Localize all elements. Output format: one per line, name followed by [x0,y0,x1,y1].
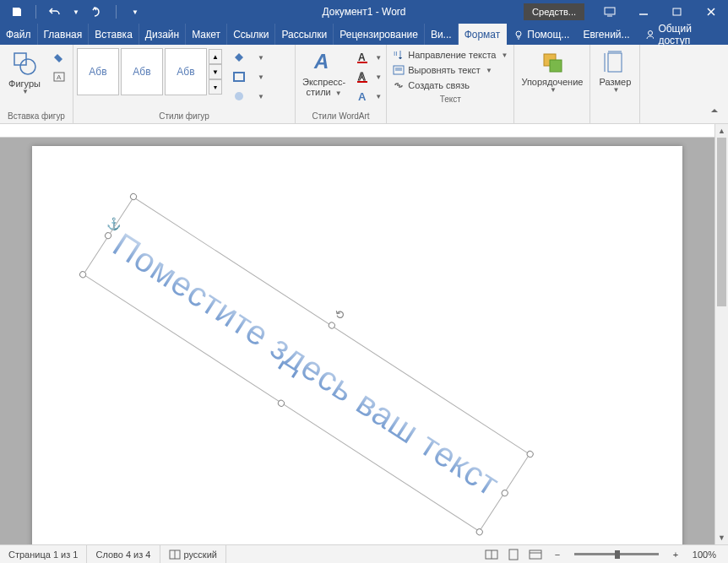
shape-style-1[interactable]: Абв [77,48,119,95]
qat-customize-icon[interactable]: ▼ [123,2,147,22]
shape-outline-button[interactable] [229,68,249,86]
redo-icon[interactable] [85,2,109,22]
quick-styles-label1: Экспресс- [302,77,345,87]
tab-mailings[interactable]: Рассылки [275,24,334,45]
tab-home[interactable]: Главная [38,24,90,45]
tab-review[interactable]: Рецензирование [334,24,425,45]
text-fill-button[interactable]: A [352,48,372,67]
group-arrange: Упорядочение▼ [514,45,590,123]
text-direction-button[interactable]: II Направление текста▼ [390,48,510,62]
create-link-label: Создать связь [408,80,470,90]
separator [35,5,36,19]
shape-effects-dropdown[interactable]: ▼ [250,87,270,106]
rotate-handle-icon[interactable]: ⟲ [331,306,347,322]
shape-style-gallery[interactable]: Абв Абв Абв ▲ ▼ ▾ [77,48,222,95]
scroll-thumb[interactable] [717,138,726,306]
svg-point-2 [516,31,521,36]
horizontal-ruler[interactable] [0,124,728,138]
zoom-thumb[interactable] [615,550,620,559]
align-text-button[interactable]: Выровнять текст▼ [390,63,510,77]
tell-me[interactable]: Помощ... [507,24,576,45]
text-box-button[interactable]: A [49,68,69,86]
wordart-object[interactable]: ⟲ Поместите здесь ваш текст [83,197,530,532]
tab-layout[interactable]: Макет [186,24,227,45]
maximize-icon[interactable] [660,0,694,24]
group-label [518,109,586,123]
create-link-button[interactable]: Создать связь [390,78,510,92]
size-button[interactable]: Размер▼ [594,48,636,96]
text-effects-button[interactable]: A [352,87,372,106]
svg-text:II: II [394,50,397,57]
text-effects-dropdown[interactable]: ▼ [372,87,383,106]
zoom-level[interactable]: 100% [687,549,721,560]
shape-fill-dropdown[interactable]: ▼ [250,48,270,67]
read-mode-icon[interactable] [481,546,502,563]
person-icon [645,30,655,40]
gallery-down-icon[interactable]: ▼ [209,64,222,79]
quick-access-toolbar: ▼ ▼ [0,2,152,22]
svg-text:A: A [358,71,366,83]
ribbon-options-icon[interactable] [593,0,627,24]
language-button[interactable]: русский [160,545,226,563]
group-insert-shapes: Фигуры▼ A Вставка фигур [0,45,73,123]
group-label: Вставка фигур [3,109,69,123]
account-name[interactable]: Евгений... [576,24,636,45]
vertical-scrollbar[interactable]: ▲ ▼ [714,124,728,544]
text-outline-button[interactable]: A [352,68,372,86]
wordart-icon: A [312,50,337,75]
group-label: Стили фигур [77,109,291,123]
tab-insert[interactable]: Вставка [89,24,139,45]
quick-styles-label2: стили [306,87,330,97]
svg-rect-23 [509,549,518,560]
tab-file[interactable]: Файл [0,24,38,45]
tab-design[interactable]: Дизайн [139,24,186,45]
zoom-in-icon[interactable]: + [666,546,686,563]
edit-shape-button[interactable] [49,48,69,67]
zoom-slider[interactable] [574,553,659,555]
document-area[interactable]: ⚓ ⟲ Поместите здесь ваш текст [0,138,714,544]
gallery-up-icon[interactable]: ▲ [209,49,222,64]
scroll-down-icon[interactable]: ▼ [715,531,728,544]
book-icon [169,549,181,560]
tab-format[interactable]: Формат [459,24,508,45]
save-icon[interactable] [5,2,29,22]
group-label: Стили WordArt [299,109,383,123]
link-icon [393,79,405,91]
svg-rect-19 [550,60,562,72]
minimize-icon[interactable] [627,0,660,24]
text-fill-dropdown[interactable]: ▼ [372,48,383,67]
zoom-out-icon[interactable]: − [547,546,568,563]
shape-fill-button[interactable] [229,48,249,67]
share-button[interactable]: Общий доступ [637,24,728,45]
text-outline-dropdown[interactable]: ▼ [372,68,383,86]
word-count[interactable]: Слово 4 из 4 [87,545,160,563]
undo-dropdown-icon[interactable]: ▼ [70,2,82,22]
web-layout-icon[interactable] [525,546,546,563]
svg-text:A: A [358,90,367,103]
group-shape-styles: Абв Абв Абв ▲ ▼ ▾ ▼ ▼ ▼ Стили фигур [73,45,296,123]
quick-styles-button[interactable]: A Экспресс-стили ▼ [299,48,349,100]
undo-icon[interactable] [43,2,67,22]
page-count[interactable]: Страница 1 из 1 [0,545,87,563]
wordart-text[interactable]: Поместите здесь ваш текст [83,197,530,532]
shape-style-2[interactable]: Абв [121,48,163,95]
print-layout-icon[interactable] [503,546,524,563]
shape-effects-button[interactable] [229,87,249,106]
tab-references[interactable]: Ссылки [227,24,275,45]
scroll-up-icon[interactable]: ▲ [715,124,728,138]
collapse-ribbon-icon[interactable] [704,101,725,120]
svg-point-9 [235,92,243,100]
close-icon[interactable] [694,0,728,24]
shape-style-3[interactable]: Абв [165,48,207,95]
language-label: русский [184,549,217,560]
text-direction-label: Направление текста [408,50,496,60]
tab-view[interactable]: Ви... [425,24,459,45]
arrange-button[interactable]: Упорядочение▼ [518,48,586,96]
arrange-icon [540,50,565,75]
shapes-button[interactable]: Фигуры▼ [3,48,46,98]
shape-outline-dropdown[interactable]: ▼ [250,68,270,86]
ribbon: Фигуры▼ A Вставка фигур Абв Абв Абв ▲ ▼ … [0,45,728,124]
gallery-more-icon[interactable]: ▾ [209,79,222,95]
svg-rect-20 [608,53,622,72]
page[interactable]: ⚓ ⟲ Поместите здесь ваш текст [32,146,682,544]
